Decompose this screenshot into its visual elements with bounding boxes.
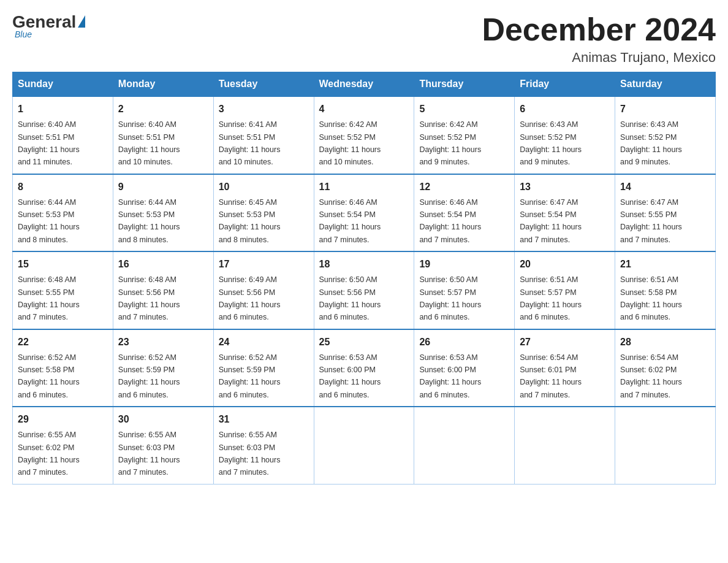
day-info: Sunrise: 6:40 AMSunset: 5:51 PMDaylight:… bbox=[118, 120, 180, 166]
week-row-3: 15 Sunrise: 6:48 AMSunset: 5:55 PMDaylig… bbox=[13, 251, 716, 329]
day-info: Sunrise: 6:45 AMSunset: 5:53 PMDaylight:… bbox=[219, 198, 281, 244]
calendar-table: SundayMondayTuesdayWednesdayThursdayFrid… bbox=[12, 72, 716, 484]
day-info: Sunrise: 6:47 AMSunset: 5:55 PMDaylight:… bbox=[620, 198, 682, 244]
day-number: 21 bbox=[620, 257, 710, 272]
day-number: 16 bbox=[118, 257, 208, 272]
day-number: 18 bbox=[319, 257, 409, 272]
day-number: 3 bbox=[219, 102, 309, 117]
day-number: 22 bbox=[18, 335, 108, 350]
day-info: Sunrise: 6:51 AMSunset: 5:58 PMDaylight:… bbox=[620, 275, 682, 321]
day-info: Sunrise: 6:46 AMSunset: 5:54 PMDaylight:… bbox=[419, 198, 481, 244]
day-info: Sunrise: 6:43 AMSunset: 5:52 PMDaylight:… bbox=[520, 120, 582, 166]
week-row-2: 8 Sunrise: 6:44 AMSunset: 5:53 PMDayligh… bbox=[13, 174, 716, 252]
day-number: 7 bbox=[620, 102, 710, 117]
day-number: 6 bbox=[520, 102, 610, 117]
day-number: 2 bbox=[118, 102, 208, 117]
calendar-cell: 16 Sunrise: 6:48 AMSunset: 5:56 PMDaylig… bbox=[113, 251, 213, 329]
day-number: 12 bbox=[419, 180, 509, 194]
day-info: Sunrise: 6:49 AMSunset: 5:56 PMDaylight:… bbox=[219, 275, 281, 321]
day-info: Sunrise: 6:55 AMSunset: 6:02 PMDaylight:… bbox=[18, 431, 80, 477]
location-title: Animas Trujano, Mexico bbox=[482, 50, 716, 66]
day-number: 23 bbox=[118, 335, 208, 350]
calendar-cell: 5 Sunrise: 6:42 AMSunset: 5:52 PMDayligh… bbox=[414, 96, 515, 174]
calendar-cell bbox=[615, 407, 716, 484]
calendar-cell: 7 Sunrise: 6:43 AMSunset: 5:52 PMDayligh… bbox=[615, 96, 716, 174]
day-header-monday: Monday bbox=[113, 72, 213, 97]
week-row-5: 29 Sunrise: 6:55 AMSunset: 6:02 PMDaylig… bbox=[13, 407, 716, 484]
calendar-cell: 26 Sunrise: 6:53 AMSunset: 6:00 PMDaylig… bbox=[414, 329, 515, 407]
day-number: 15 bbox=[18, 257, 108, 272]
day-number: 5 bbox=[419, 102, 509, 117]
calendar-cell: 18 Sunrise: 6:50 AMSunset: 5:56 PMDaylig… bbox=[314, 251, 414, 329]
day-number: 9 bbox=[118, 180, 208, 194]
calendar-cell: 12 Sunrise: 6:46 AMSunset: 5:54 PMDaylig… bbox=[414, 174, 515, 252]
week-row-1: 1 Sunrise: 6:40 AMSunset: 5:51 PMDayligh… bbox=[13, 96, 716, 174]
calendar-cell: 27 Sunrise: 6:54 AMSunset: 6:01 PMDaylig… bbox=[515, 329, 615, 407]
calendar-cell: 21 Sunrise: 6:51 AMSunset: 5:58 PMDaylig… bbox=[615, 251, 716, 329]
calendar-cell: 6 Sunrise: 6:43 AMSunset: 5:52 PMDayligh… bbox=[515, 96, 615, 174]
calendar-cell: 11 Sunrise: 6:46 AMSunset: 5:54 PMDaylig… bbox=[314, 174, 414, 252]
day-info: Sunrise: 6:48 AMSunset: 5:55 PMDaylight:… bbox=[18, 275, 80, 321]
calendar-header-row: SundayMondayTuesdayWednesdayThursdayFrid… bbox=[13, 72, 716, 97]
day-info: Sunrise: 6:53 AMSunset: 6:00 PMDaylight:… bbox=[419, 353, 481, 399]
day-header-tuesday: Tuesday bbox=[213, 72, 314, 97]
day-number: 31 bbox=[219, 412, 309, 427]
calendar-cell: 15 Sunrise: 6:48 AMSunset: 5:55 PMDaylig… bbox=[13, 251, 113, 329]
day-info: Sunrise: 6:42 AMSunset: 5:52 PMDaylight:… bbox=[419, 120, 481, 166]
day-number: 26 bbox=[419, 335, 509, 350]
day-number: 17 bbox=[219, 257, 309, 272]
day-info: Sunrise: 6:52 AMSunset: 5:59 PMDaylight:… bbox=[118, 353, 180, 399]
day-number: 14 bbox=[620, 180, 710, 194]
calendar-cell bbox=[314, 407, 414, 484]
day-info: Sunrise: 6:54 AMSunset: 6:01 PMDaylight:… bbox=[520, 353, 582, 399]
page-header: General Blue December 2024 Animas Trujan… bbox=[12, 12, 716, 66]
calendar-cell: 4 Sunrise: 6:42 AMSunset: 5:52 PMDayligh… bbox=[314, 96, 414, 174]
logo-blue-text: Blue bbox=[15, 29, 32, 39]
calendar-cell: 31 Sunrise: 6:55 AMSunset: 6:03 PMDaylig… bbox=[213, 407, 314, 484]
day-number: 30 bbox=[118, 412, 208, 427]
calendar-cell: 8 Sunrise: 6:44 AMSunset: 5:53 PMDayligh… bbox=[13, 174, 113, 252]
day-number: 25 bbox=[319, 335, 409, 350]
day-number: 27 bbox=[520, 335, 610, 350]
day-info: Sunrise: 6:52 AMSunset: 5:58 PMDaylight:… bbox=[18, 353, 80, 399]
calendar-cell: 13 Sunrise: 6:47 AMSunset: 5:54 PMDaylig… bbox=[515, 174, 615, 252]
day-number: 1 bbox=[18, 102, 108, 117]
calendar-cell: 1 Sunrise: 6:40 AMSunset: 5:51 PMDayligh… bbox=[13, 96, 113, 174]
day-header-thursday: Thursday bbox=[414, 72, 515, 97]
day-info: Sunrise: 6:53 AMSunset: 6:00 PMDaylight:… bbox=[319, 353, 381, 399]
calendar-cell: 17 Sunrise: 6:49 AMSunset: 5:56 PMDaylig… bbox=[213, 251, 314, 329]
calendar-cell: 19 Sunrise: 6:50 AMSunset: 5:57 PMDaylig… bbox=[414, 251, 515, 329]
day-info: Sunrise: 6:42 AMSunset: 5:52 PMDaylight:… bbox=[319, 120, 381, 166]
day-info: Sunrise: 6:55 AMSunset: 6:03 PMDaylight:… bbox=[219, 431, 281, 477]
day-number: 4 bbox=[319, 102, 409, 117]
day-info: Sunrise: 6:44 AMSunset: 5:53 PMDaylight:… bbox=[118, 198, 180, 244]
day-header-sunday: Sunday bbox=[13, 72, 113, 97]
day-info: Sunrise: 6:52 AMSunset: 5:59 PMDaylight:… bbox=[219, 353, 281, 399]
logo: General Blue bbox=[12, 12, 85, 39]
day-number: 28 bbox=[620, 335, 710, 350]
day-info: Sunrise: 6:40 AMSunset: 5:51 PMDaylight:… bbox=[18, 120, 80, 166]
day-header-friday: Friday bbox=[515, 72, 615, 97]
logo-triangle-icon bbox=[78, 15, 85, 28]
day-info: Sunrise: 6:50 AMSunset: 5:57 PMDaylight:… bbox=[419, 275, 481, 321]
calendar-cell: 22 Sunrise: 6:52 AMSunset: 5:58 PMDaylig… bbox=[13, 329, 113, 407]
month-title: December 2024 bbox=[482, 12, 716, 47]
calendar-cell: 30 Sunrise: 6:55 AMSunset: 6:03 PMDaylig… bbox=[113, 407, 213, 484]
day-info: Sunrise: 6:48 AMSunset: 5:56 PMDaylight:… bbox=[118, 275, 180, 321]
day-number: 20 bbox=[520, 257, 610, 272]
calendar-cell: 2 Sunrise: 6:40 AMSunset: 5:51 PMDayligh… bbox=[113, 96, 213, 174]
day-info: Sunrise: 6:51 AMSunset: 5:57 PMDaylight:… bbox=[520, 275, 582, 321]
day-info: Sunrise: 6:47 AMSunset: 5:54 PMDaylight:… bbox=[520, 198, 582, 244]
calendar-cell: 28 Sunrise: 6:54 AMSunset: 6:02 PMDaylig… bbox=[615, 329, 716, 407]
calendar-cell: 23 Sunrise: 6:52 AMSunset: 5:59 PMDaylig… bbox=[113, 329, 213, 407]
calendar-cell bbox=[515, 407, 615, 484]
day-number: 11 bbox=[319, 180, 409, 194]
day-info: Sunrise: 6:44 AMSunset: 5:53 PMDaylight:… bbox=[18, 198, 80, 244]
day-info: Sunrise: 6:41 AMSunset: 5:51 PMDaylight:… bbox=[219, 120, 281, 166]
day-info: Sunrise: 6:54 AMSunset: 6:02 PMDaylight:… bbox=[620, 353, 682, 399]
title-block: December 2024 Animas Trujano, Mexico bbox=[482, 12, 716, 66]
day-info: Sunrise: 6:43 AMSunset: 5:52 PMDaylight:… bbox=[620, 120, 682, 166]
calendar-cell: 29 Sunrise: 6:55 AMSunset: 6:02 PMDaylig… bbox=[13, 407, 113, 484]
calendar-cell: 3 Sunrise: 6:41 AMSunset: 5:51 PMDayligh… bbox=[213, 96, 314, 174]
calendar-cell: 25 Sunrise: 6:53 AMSunset: 6:00 PMDaylig… bbox=[314, 329, 414, 407]
